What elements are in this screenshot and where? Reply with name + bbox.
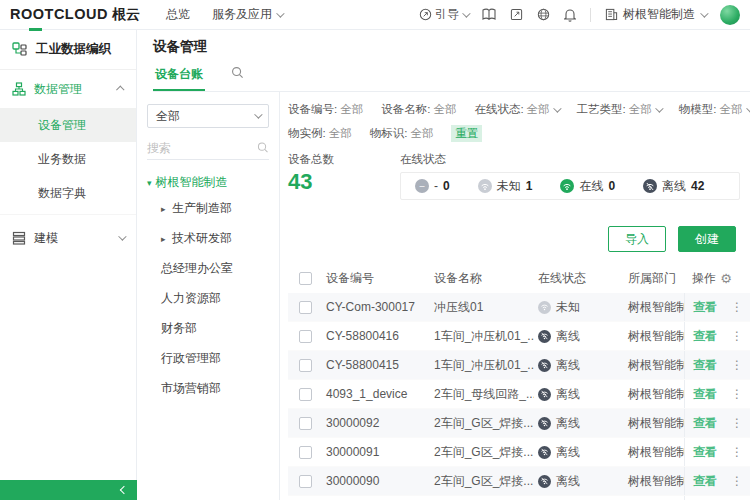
view-link[interactable]: 查看 [693, 299, 717, 316]
guide-menu[interactable]: 引导 [419, 6, 468, 23]
filter-thing-model[interactable]: 物模型: 全部 [679, 102, 750, 117]
view-link[interactable]: 查看 [693, 386, 717, 403]
cell-device-id: 30000091 [322, 445, 430, 459]
view-link[interactable]: 查看 [693, 444, 717, 461]
tree-node-finance[interactable]: 财务部 [147, 313, 269, 343]
tab-device-ledger[interactable]: 设备台账 [153, 62, 205, 91]
row-checkbox[interactable] [299, 330, 312, 343]
cell-status-label: 离线 [556, 357, 580, 374]
filter-thing-tag[interactable]: 物标识: 全部 [370, 126, 434, 141]
sidebar-item-data-dict[interactable]: 数据字典 [0, 176, 136, 210]
tree-root-label: 树根智能制造 [156, 174, 228, 191]
chevron-down-icon [254, 110, 262, 118]
cell-device-name: 1车间_冲压机01_... [430, 357, 534, 374]
sidebar-group-data-mgmt[interactable]: 数据管理 [0, 70, 136, 108]
book-icon [482, 8, 496, 21]
help-button[interactable] [537, 8, 550, 21]
legend-count: 0 [608, 179, 615, 193]
tree-node-rnd[interactable]: ▸ 技术研发部 [147, 223, 269, 253]
view-link[interactable]: 查看 [693, 415, 717, 432]
table-row[interactable]: 30000092 2车间_G区_焊接... 离线 树根智能制造 查看⋮ [288, 409, 750, 438]
row-checkbox[interactable] [299, 417, 312, 430]
table-row[interactable]: CY-58800415 1车间_冲压机01_... 离线 树根智能制造 查看⋮ [288, 351, 750, 380]
filter-online-status[interactable]: 在线状态: 全部 [474, 102, 558, 117]
more-actions-icon[interactable]: ⋮ [731, 474, 743, 488]
guide-label: 引导 [435, 6, 459, 23]
tree-collapse-icon[interactable]: ▸ [161, 234, 166, 244]
more-actions-icon[interactable]: ⋮ [731, 358, 743, 372]
import-button[interactable]: 导入 [608, 226, 666, 252]
app-logo[interactable]: ROOTCLOUD 根云 [10, 6, 140, 24]
legend-name: 在线 [579, 178, 603, 195]
more-actions-icon[interactable]: ⋮ [731, 416, 743, 430]
more-actions-icon[interactable]: ⋮ [731, 300, 743, 314]
create-button[interactable]: 创建 [678, 226, 736, 252]
view-link[interactable]: 查看 [693, 473, 717, 490]
filter-thing-instance[interactable]: 物实例: 全部 [288, 126, 352, 141]
status-unknown-icon [538, 301, 551, 314]
legend-name: 未知 [497, 178, 521, 195]
cell-device-name: 2车间_G区_焊接... [430, 444, 534, 461]
tree-collapse-icon[interactable]: ▸ [161, 204, 166, 214]
column-settings-icon[interactable]: ⚙ [720, 271, 750, 286]
filter-device-name[interactable]: 设备名称: 全部 [381, 102, 456, 117]
table-row[interactable]: 30000089 2车间_H区_焊接... 离线 树根智能制造 查看⋮ [288, 496, 750, 500]
table-row[interactable]: 4093_1_device 2车间_母线回路_... 离线 树根智能制造 查看⋮ [288, 380, 750, 409]
table-row[interactable]: 30000090 2车间_G区_焊接... 离线 树根智能制造 查看⋮ [288, 467, 750, 496]
sidebar-item-device-mgmt[interactable]: 设备管理 [0, 108, 136, 142]
cell-status-label: 离线 [556, 444, 580, 461]
tree-node-gm-office[interactable]: 总经理办公室 [147, 253, 269, 283]
stats-section: 设备总数 43 在线状态 – - 0 [288, 152, 750, 200]
tab-search-button[interactable] [231, 66, 244, 88]
cell-dept: 树根智能制造 [624, 357, 684, 374]
feedback-icon [510, 8, 523, 21]
sidebar-item-business-data[interactable]: 业务数据 [0, 142, 136, 176]
reset-filters-button[interactable]: 重置 [451, 125, 482, 142]
table-row[interactable]: CY-58800416 1车间_冲压机01_... 离线 树根智能制造 查看⋮ [288, 322, 750, 351]
online-status-summary: 在线状态 – - 0 未知 [400, 152, 740, 200]
docs-button[interactable] [482, 8, 496, 21]
sidebar-collapse-button[interactable] [0, 480, 137, 500]
tree-node-hr[interactable]: 人力资源部 [147, 283, 269, 313]
view-link[interactable]: 查看 [693, 328, 717, 345]
tree-node-marketing[interactable]: 市场营销部 [147, 373, 269, 403]
more-actions-icon[interactable]: ⋮ [731, 387, 743, 401]
table-row[interactable]: 30000091 2车间_G区_焊接... 离线 树根智能制造 查看⋮ [288, 438, 750, 467]
chevron-down-icon [746, 104, 750, 112]
row-checkbox[interactable] [299, 301, 312, 314]
help-globe-icon [537, 8, 550, 21]
select-all-checkbox[interactable] [299, 272, 312, 285]
tree-search-input[interactable] [147, 141, 257, 155]
nav-overview[interactable]: 总览 [166, 6, 190, 23]
tenant-switcher[interactable]: 树根智能制造 [605, 6, 706, 23]
more-actions-icon[interactable]: ⋮ [731, 329, 743, 343]
filter-label: 物标识: [370, 126, 408, 141]
tree-expand-icon[interactable]: ▾ [147, 178, 152, 188]
search-icon[interactable] [257, 141, 269, 154]
tree-node-production[interactable]: ▸ 生产制造部 [147, 193, 269, 223]
filter-device-id[interactable]: 设备编号: 全部 [288, 102, 363, 117]
tree-node-admin[interactable]: 行政管理部 [147, 343, 269, 373]
row-checkbox[interactable] [299, 359, 312, 372]
row-checkbox[interactable] [299, 475, 312, 488]
sidebar-group-modeling[interactable]: 建模 [0, 219, 136, 257]
tree-filter-select[interactable]: 全部 [147, 104, 269, 128]
view-link[interactable]: 查看 [693, 357, 717, 374]
main-area: 设备管理 设备台账 全部 [137, 30, 750, 500]
nav-services[interactable]: 服务及应用 [212, 6, 282, 23]
user-avatar[interactable] [720, 5, 740, 25]
filter-value: 全部 [329, 126, 352, 141]
notifications-button[interactable] [564, 8, 576, 22]
row-checkbox[interactable] [299, 446, 312, 459]
sidebar-divider [0, 214, 136, 215]
tree-root-node[interactable]: ▾ 树根智能制造 [147, 174, 269, 191]
more-actions-icon[interactable]: ⋮ [731, 445, 743, 459]
legend-count: 0 [443, 179, 450, 193]
feedback-button[interactable] [510, 8, 523, 21]
filter-value: 全部 [527, 102, 550, 117]
filter-process-type[interactable]: 工艺类型: 全部 [577, 102, 661, 117]
table-row[interactable]: CY-Com-300017 冲压线01 未知 树根智能制造 查看⋮ [288, 293, 750, 322]
search-icon [231, 66, 244, 79]
row-checkbox[interactable] [299, 388, 312, 401]
logo-accent-underline [29, 28, 42, 31]
